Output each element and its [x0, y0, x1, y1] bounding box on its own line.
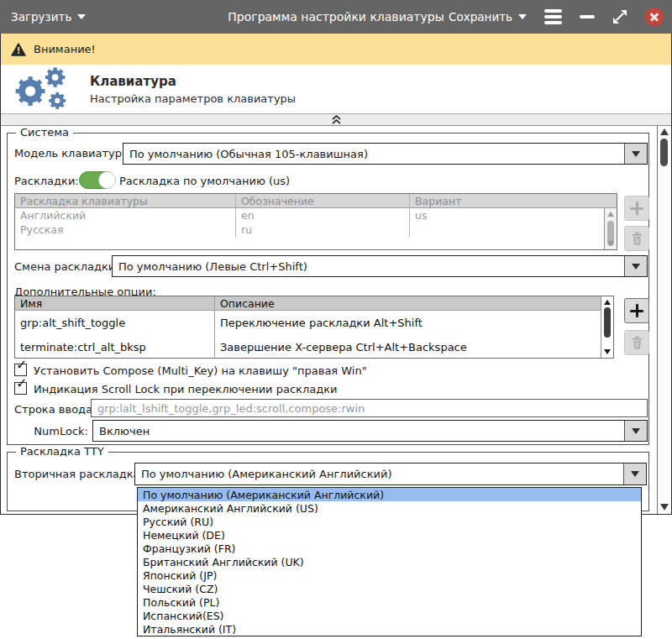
trash-icon — [631, 232, 643, 245]
warning-text: Внимание! — [34, 43, 96, 55]
dropdown-option[interactable]: Французкий (FR) — [138, 542, 641, 555]
page-title: Клавиатура — [90, 74, 296, 89]
minimize-icon — [580, 15, 595, 19]
dropdown-option[interactable]: Польский (PL) — [138, 595, 641, 609]
dropdown-option[interactable]: Итальянский (IT) — [138, 622, 641, 636]
table-row[interactable]: Русская ru — [15, 223, 617, 237]
extra-options-scrollbar[interactable] — [601, 296, 613, 358]
warning-icon: ! — [11, 43, 26, 56]
toggle-knob — [98, 171, 116, 189]
numlock-select[interactable]: Включен — [92, 420, 648, 442]
expand-icon — [612, 9, 627, 24]
dropdown-button[interactable] — [623, 464, 646, 484]
titlebar: Программа настройки клавиатуры Загрузить… — [0, 0, 672, 34]
page-subtitle: Настройка параметров клавиатуры — [90, 92, 296, 105]
dropdown-option[interactable]: Немецкий (DE) — [138, 528, 641, 542]
dropdown-option[interactable]: Испанский(ES) — [138, 609, 641, 622]
settings-panel: Система Модель клавиатуры: По умолчанию … — [1, 126, 658, 514]
scroll-lock-checkbox[interactable]: ✓ — [14, 382, 27, 395]
input-string-label: Строка ввода: — [14, 403, 96, 416]
hamburger-icon — [544, 9, 562, 13]
svg-text:!: ! — [17, 46, 21, 55]
layout-switch-label: Смена раскладки: — [14, 260, 119, 273]
dropdown-option[interactable]: По умолчанию (Американский Английский) — [138, 488, 641, 501]
system-group-legend: Система — [16, 126, 73, 139]
main-scrollbar[interactable] — [658, 126, 671, 514]
maximize-button[interactable] — [612, 9, 627, 24]
plus-icon — [630, 304, 643, 317]
chevron-down-icon — [631, 471, 639, 477]
extra-options-table: Имя Описание grp:alt_shift_toggle Перекл… — [14, 296, 614, 359]
dropdown-option[interactable]: Британский Английский (UK) — [138, 555, 641, 568]
check-icon: ✓ — [16, 377, 27, 390]
secondary-layout-label: Вторичная раскладка: — [14, 468, 144, 480]
scrollbar-thumb[interactable] — [604, 307, 611, 338]
compose-checkbox[interactable]: ✓ — [14, 364, 27, 376]
scroll-lock-checkbox-label: Индикация Scroll Lock при переключении р… — [34, 383, 337, 395]
chevron-down-icon — [632, 151, 640, 157]
scroll-up-icon[interactable] — [607, 212, 614, 217]
chevron-down-icon — [632, 428, 640, 434]
load-menu-button[interactable]: Загрузить — [11, 10, 86, 24]
chevron-down-icon — [518, 14, 527, 19]
layouts-toggle-text: Раскладка по умолчанию (us) — [119, 175, 290, 187]
extra-options-table-header: Имя Описание — [15, 296, 613, 311]
save-menu-button[interactable]: Сохранить — [449, 10, 527, 24]
add-layout-button[interactable] — [624, 196, 649, 221]
delete-layout-button[interactable] — [624, 226, 649, 251]
layouts-toggle[interactable] — [79, 171, 115, 189]
hamburger-menu-button[interactable] — [544, 9, 562, 24]
app-header: Клавиатура Настройка параметров клавиату… — [1, 65, 671, 113]
dropdown-option[interactable]: Американский Английский (US) — [138, 501, 641, 515]
scroll-down-icon[interactable] — [604, 349, 611, 354]
chevron-down-icon — [77, 14, 86, 19]
gears-icon — [8, 66, 76, 112]
system-group: Система Модель клавиатуры: По умолчанию … — [7, 133, 649, 445]
table-row[interactable]: grp:alt_shift_toggle Переключение раскла… — [15, 311, 613, 335]
dropdown-button[interactable] — [624, 256, 647, 276]
layouts-table-scrollbar[interactable] — [604, 208, 617, 249]
scroll-down-icon[interactable] — [660, 504, 669, 511]
save-menu-label: Сохранить — [449, 10, 512, 24]
dropdown-option[interactable]: Японский (JP) — [138, 568, 641, 582]
layouts-table-header: Раскладка клавиатуры Обозначение Вариант — [15, 194, 617, 208]
scroll-up-icon[interactable] — [604, 300, 611, 305]
secondary-layout-select[interactable]: По умолчанию (Американский Английский) — [134, 463, 647, 485]
add-option-button[interactable] — [624, 298, 649, 323]
dropdown-option[interactable]: Чешский (CZ) — [138, 582, 641, 595]
delete-option-button[interactable] — [624, 330, 649, 355]
table-row[interactable]: Английский en us — [15, 208, 617, 223]
dropdown-option[interactable]: Русский (RU) — [138, 515, 641, 528]
scroll-down-icon[interactable] — [607, 241, 614, 246]
scroll-up-icon[interactable] — [660, 128, 669, 135]
keyboard-model-select[interactable]: По умолчанию (Обычная 105-клавишная) — [123, 143, 648, 165]
tty-group-legend: Раскладка TTY — [16, 445, 108, 458]
scrollbar-thumb[interactable] — [660, 139, 668, 166]
secondary-layout-dropdown-list: По умолчанию (Американский Английский) А… — [137, 487, 642, 636]
warning-banner: ! Внимание! — [1, 34, 671, 65]
numlock-label: NumLock: — [14, 425, 88, 437]
trash-icon — [631, 336, 643, 349]
layouts-table: Раскладка клавиатуры Обозначение Вариант… — [14, 193, 617, 250]
minimize-button[interactable] — [580, 15, 595, 19]
chevron-down-icon — [632, 264, 640, 270]
layout-switch-select[interactable]: По умолчанию (Левые Ctrl+Shift) — [112, 255, 648, 277]
input-string-field[interactable]: grp:lalt_lshift_toggle,grp_led:scroll,co… — [91, 399, 648, 417]
layouts-label: Раскладки: — [14, 175, 79, 187]
main-window: ! Внимание! — [0, 34, 672, 515]
chevron-up-double-icon — [331, 115, 342, 125]
collapse-panel-button[interactable] — [1, 113, 671, 126]
plus-icon — [630, 202, 643, 215]
compose-checkbox-label: Установить Compose (Multi_Key) на клавиш… — [34, 364, 367, 377]
table-row[interactable]: terminate:ctrl_alt_bksp Завершение X-сер… — [15, 335, 613, 359]
close-button[interactable] — [645, 8, 664, 26]
load-menu-label: Загрузить — [11, 10, 71, 24]
dropdown-button[interactable] — [624, 421, 647, 441]
dropdown-button[interactable] — [624, 144, 647, 164]
check-icon: ✓ — [16, 359, 27, 372]
keyboard-model-label: Модель клавиатуры: — [14, 147, 134, 160]
